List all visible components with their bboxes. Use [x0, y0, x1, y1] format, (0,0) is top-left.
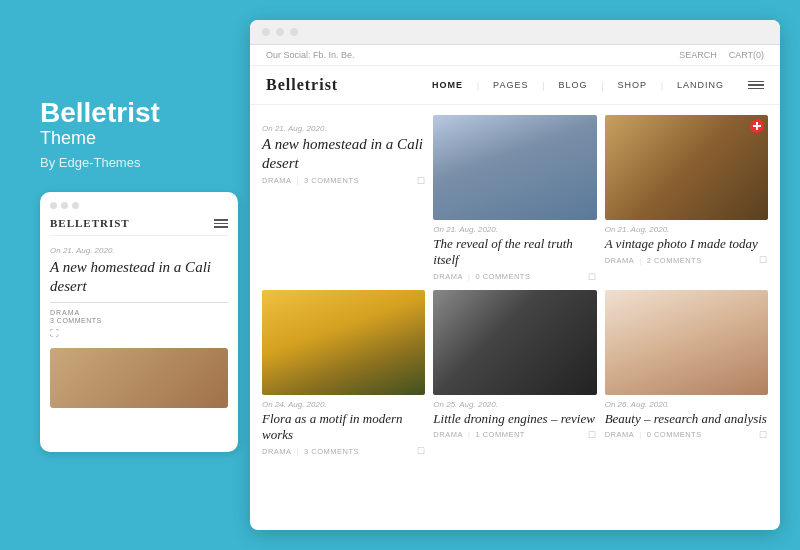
article-tag-5: DRAMA [433, 430, 463, 439]
svg-rect-1 [756, 122, 758, 130]
share-icon-6: ☐ [759, 430, 768, 440]
article-title-5[interactable]: Little droning engines – review [433, 411, 596, 427]
site-topbar: Our Social: Fb. In. Be. SEARCH CART(0) [250, 45, 780, 66]
share-icon-4: ☐ [417, 446, 426, 456]
article-date-3: On 21. Aug. 2020. [605, 225, 768, 234]
mobile-mockup: BELLETRIST On 21. Aug. 2020. A new homes… [40, 192, 238, 452]
red-badge [750, 119, 764, 133]
mobile-dots [50, 202, 228, 209]
article-card-3: On 21. Aug. 2020. A vintage photo I made… [605, 115, 768, 282]
left-panel: Belletrist Theme By Edge-Themes BELLETRI… [20, 88, 250, 463]
cart-action[interactable]: CART(0) [729, 50, 764, 60]
article-title-2[interactable]: The reveal of the real truth itself [433, 236, 596, 269]
mobile-image-placeholder [50, 348, 228, 408]
article-comments-6: 0 COMMENTS [647, 430, 702, 439]
search-action[interactable]: SEARCH [679, 50, 717, 60]
motorcycle-image [433, 290, 596, 395]
article-meta-3: DRAMA | 2 COMMENTS ☐ [605, 255, 768, 265]
topbar-actions: SEARCH CART(0) [679, 50, 764, 60]
article-date-5: On 25. Aug. 2020. [433, 400, 596, 409]
article-title-3[interactable]: A vintage photo I made today [605, 236, 768, 252]
share-icon-1: ☐ [417, 176, 426, 186]
nav-shop[interactable]: SHOP [617, 80, 647, 90]
browser-mockup: Our Social: Fb. In. Be. SEARCH CART(0) B… [250, 20, 780, 530]
article-title-6[interactable]: Beauty – research and analysis [605, 411, 768, 427]
article-tag-3: DRAMA [605, 256, 635, 265]
article-meta-2: DRAMA | 0 COMMENTS ☐ [433, 272, 596, 282]
article-image-3 [605, 115, 768, 220]
share-icon-3: ☐ [759, 255, 768, 265]
article-card-5: On 25. Aug. 2020. Little droning engines… [433, 290, 596, 457]
share-icon-5: ☐ [588, 430, 597, 440]
mobile-header: BELLETRIST [50, 217, 228, 236]
browser-dot-1 [262, 28, 270, 36]
article-image-6 [605, 290, 768, 395]
nav-home[interactable]: HOME [432, 80, 463, 90]
article-meta-6: DRAMA | 0 COMMENTS ☐ [605, 430, 768, 440]
article-comments-3: 2 COMMENTS [647, 256, 702, 265]
article-tag-4: DRAMA [262, 447, 292, 456]
browser-dot-2 [276, 28, 284, 36]
mobile-tag: DRAMA [50, 309, 228, 316]
article-image-5 [433, 290, 596, 395]
nav-hamburger[interactable] [748, 81, 764, 90]
article-date-1: On 21. Aug. 2020. [262, 124, 425, 133]
article-comments-1: 3 COMMENTS [304, 176, 359, 185]
article-meta-5: DRAMA | 1 COMMENT ☐ [433, 430, 596, 440]
article-row-2: On 24. Aug. 2020. Flora as a motif in mo… [262, 290, 768, 457]
article-tag-1: DRAMA [262, 176, 292, 185]
mobile-logo: BELLETRIST [50, 217, 130, 229]
article-comments-4: 3 COMMENTS [304, 447, 359, 456]
article-image-4 [262, 290, 425, 395]
article-meta-4: DRAMA | 3 COMMENTS ☐ [262, 446, 425, 456]
article-title-1[interactable]: A new homestead in a Cali desert [262, 135, 425, 173]
share-icon: ⛶ [50, 328, 228, 338]
article-tag-2: DRAMA [433, 272, 463, 281]
browser-toolbar [250, 20, 780, 45]
article-card-2: On 21. Aug. 2020. The reveal of the real… [433, 115, 596, 282]
article-title-4[interactable]: Flora as a motif in modern works [262, 411, 425, 444]
share-icon-2: ☐ [588, 272, 597, 282]
mobile-menu-icon[interactable] [214, 219, 228, 228]
nav-pages[interactable]: PAGES [493, 80, 528, 90]
brand-title: Belletrist [40, 98, 230, 129]
mobile-date: On 21. Aug. 2020. [50, 246, 228, 255]
brand-author: By Edge-Themes [40, 155, 230, 170]
nav-blog[interactable]: BLOG [558, 80, 587, 90]
church-image [433, 115, 596, 220]
browser-dot-3 [290, 28, 298, 36]
article-date-4: On 24. Aug. 2020. [262, 400, 425, 409]
mobile-comments: 3 COMMENTS [50, 317, 228, 324]
brand-subtitle: Theme [40, 128, 230, 149]
camera-image [605, 115, 768, 220]
mobile-divider [50, 302, 228, 303]
article-date-2: On 21. Aug. 2020. [433, 225, 596, 234]
social-links: Our Social: Fb. In. Be. [266, 50, 355, 60]
article-tag-6: DRAMA [605, 430, 635, 439]
mobile-dot-2 [61, 202, 68, 209]
woman-image [605, 290, 768, 395]
article-card-1: On 21. Aug. 2020. A new homestead in a C… [262, 115, 425, 282]
site-logo: Belletrist [266, 76, 338, 94]
mobile-dot-1 [50, 202, 57, 209]
article-card-6: On 26. Aug. 2020. Beauty – research and … [605, 290, 768, 457]
nav-links: HOME | PAGES | BLOG | SHOP | LANDING [432, 80, 764, 91]
article-meta-1: DRAMA | 3 COMMENTS ☐ [262, 176, 425, 186]
nav-landing[interactable]: LANDING [677, 80, 724, 90]
article-card-4: On 24. Aug. 2020. Flora as a motif in mo… [262, 290, 425, 457]
article-comments-2: 0 COMMENTS [475, 272, 530, 281]
outer-container: Belletrist Theme By Edge-Themes BELLETRI… [0, 0, 800, 550]
mobile-dot-3 [72, 202, 79, 209]
article-image-2 [433, 115, 596, 220]
content-area: On 21. Aug. 2020. A new homestead in a C… [250, 105, 780, 530]
article-date-6: On 26. Aug. 2020. [605, 400, 768, 409]
mobile-article-title: A new homestead in a Cali desert [50, 258, 228, 296]
article-comments-5: 1 COMMENT [475, 430, 525, 439]
sunflower-image [262, 290, 425, 395]
article-row-1: On 21. Aug. 2020. A new homestead in a C… [262, 115, 768, 282]
site-nav: Belletrist HOME | PAGES | BLOG | SHOP | … [250, 66, 780, 105]
mobile-content: On 21. Aug. 2020. A new homestead in a C… [50, 244, 228, 340]
